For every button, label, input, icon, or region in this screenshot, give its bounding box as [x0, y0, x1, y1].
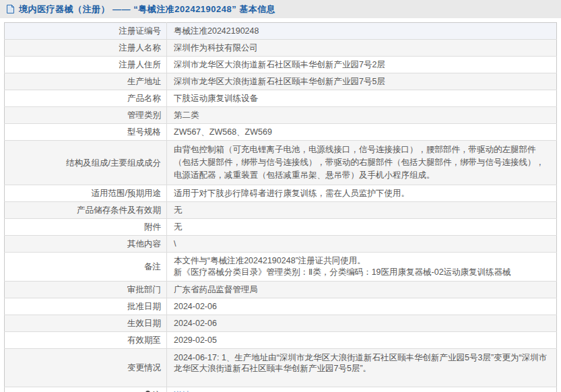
field-label: 结构及组成/主要组成成分 — [5, 141, 167, 185]
row-approval-date: 批准日期 2024-02-06 — [5, 298, 557, 315]
field-value: 深圳市龙华区大浪街道新石社区颐丰华创新产业园7号2层 — [167, 57, 557, 73]
field-value: 2024-02-06 — [167, 315, 557, 332]
row-change-info: 变更情况 2024-06-17: 1、生产地址由“深圳市龙华区大浪街道新石社区颐… — [5, 349, 557, 387]
row-remarks: 备注 本文件与“粤械注准20242190248”注册证共同使用。 新《医疗器械分… — [5, 253, 557, 282]
field-value: 2024-06-17: 1、生产地址由“深圳市龙华区大浪街道新石社区颐丰华创新产… — [167, 349, 557, 387]
field-value: 广东省药品监督管理局 — [167, 282, 557, 298]
row-approval-department: 审批部门 广东省药品监督管理局 — [5, 282, 557, 298]
field-label: 生效日期 — [5, 315, 167, 332]
field-value: 深圳作为科技有限公司 — [167, 40, 557, 57]
field-label: 适用范围/预期用途 — [5, 185, 167, 202]
row-registrant-address: 注册人住所 深圳市龙华区大浪街道新石社区颐丰华创新产业园7号2层 — [5, 57, 557, 73]
row-attachment: 附件 无 — [5, 219, 557, 236]
field-value: 2024-02-06 — [167, 298, 557, 315]
field-label: 管理类别 — [5, 107, 167, 124]
field-label: 产品名称 — [5, 90, 167, 107]
field-value: 第二类 — [167, 107, 557, 124]
field-value: 无 — [167, 219, 557, 236]
field-label: 批准日期 — [5, 298, 167, 315]
field-value: 粤械注准20242190248 — [167, 23, 557, 40]
remark-line-1: 本文件与“粤械注准20242190248”注册证共同使用。 — [174, 255, 550, 267]
field-label: 型号规格 — [5, 124, 167, 141]
row-intended-use: 适用范围/预期用途 适用于对下肢步行障碍者进行康复训练，需在人员监护下使用。 — [5, 185, 557, 202]
field-label: 产品储存条件及有效期 — [5, 202, 167, 219]
field-value: 2029-02-05 — [167, 332, 557, 349]
field-label: 注 — [5, 387, 167, 392]
page-title-bar: 境内医疗器械（注册） —— “粤械注准20242190248” 基本信息 — [0, 0, 561, 18]
row-cert-number: 注册证编号 粤械注准20242190248 — [5, 23, 557, 40]
row-production-address: 生产地址 深圳市龙华区大浪街道新石社区颐丰华创新产业园7号5层 — [5, 73, 557, 90]
row-product-name: 产品名称 下肢运动康复训练设备 — [5, 90, 557, 107]
field-label: 变更情况 — [5, 349, 167, 387]
row-structure-composition: 结构及组成/主要组成成分 由背包控制箱（可充电锂离子电池，电源线接口，信号连接接… — [5, 141, 557, 185]
field-label: 其他内容 — [5, 236, 167, 253]
row-note: 注 详情 — [5, 387, 557, 392]
field-value: 深圳市龙华区大浪街道新石社区颐丰华创新产业园7号5层 — [167, 73, 557, 90]
row-registrant-name: 注册人名称 深圳作为科技有限公司 — [5, 40, 557, 57]
field-value: 本文件与“粤械注准20242190248”注册证共同使用。 新《医疗器械分类目录… — [167, 253, 557, 282]
field-value: 下肢运动康复训练设备 — [167, 90, 557, 107]
field-label: 注册证编号 — [5, 23, 167, 40]
page-title: 境内医疗器械（注册） —— “粤械注准20242190248” 基本信息 — [19, 3, 275, 15]
field-value: \ — [167, 236, 557, 253]
field-value: 适用于对下肢步行障碍者进行康复训练，需在人员监护下使用。 — [167, 185, 557, 202]
basic-info-table: 注册证编号 粤械注准20242190248 注册人名称 深圳作为科技有限公司 注… — [4, 22, 557, 392]
row-effective-date: 生效日期 2024-02-06 — [5, 315, 557, 332]
row-management-class: 管理类别 第二类 — [5, 107, 557, 124]
field-label: 附件 — [5, 219, 167, 236]
field-label: 有效期至 — [5, 332, 167, 349]
row-model-spec: 型号规格 ZW567、ZW568、ZW569 — [5, 124, 557, 141]
field-value: 无 — [167, 202, 557, 219]
field-value: 详情 — [167, 387, 557, 392]
field-value: ZW567、ZW568、ZW569 — [167, 124, 557, 141]
field-label: 备注 — [5, 253, 167, 282]
row-storage-validity: 产品储存条件及有效期 无 — [5, 202, 557, 219]
field-label: 注册人名称 — [5, 40, 167, 57]
row-other-content: 其他内容 \ — [5, 236, 557, 253]
field-label: 审批部门 — [5, 282, 167, 298]
field-label: 生产地址 — [5, 73, 167, 90]
field-value: 由背包控制箱（可充电锂离子电池，电源线接口，信号连接接口），腰部部件，带驱动的左… — [167, 141, 557, 185]
row-expiry-date: 有效期至 2029-02-05 — [5, 332, 557, 349]
field-label: 注册人住所 — [5, 57, 167, 73]
remark-line-2: 新《医疗器械分类目录》管理类别：Ⅱ类，分类编码：19医用康复器械-02运动康复训… — [174, 267, 550, 278]
document-icon — [6, 4, 15, 14]
